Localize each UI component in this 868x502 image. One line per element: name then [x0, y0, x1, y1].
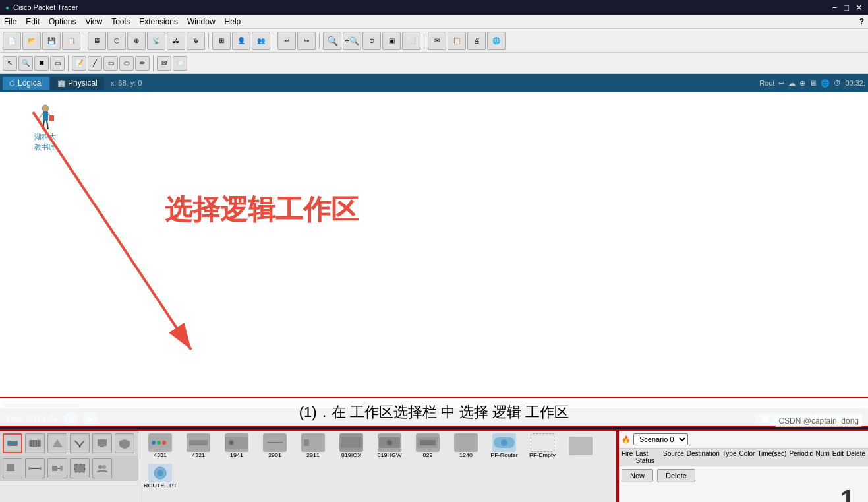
- device-1941[interactable]: 1941: [220, 433, 253, 458]
- email-tool[interactable]: ✉: [157, 56, 171, 71]
- toolbar-main: 📄 📂 💾 📋 🖥 ⬡ ⊕ 📡 🖧 🖱 ⊞ 👤 👥 ↩ ↪ 🔍 +🔍 ⊙ ▣ ⬜…: [0, 29, 868, 53]
- switches-category[interactable]: [25, 433, 45, 453]
- menu-view[interactable]: View: [85, 17, 102, 26]
- server-icon[interactable]: 🖧: [167, 32, 185, 50]
- menu-extensions[interactable]: Extensions: [139, 17, 178, 26]
- device-2911[interactable]: 2911: [297, 433, 330, 458]
- zoom-in-button[interactable]: +🔍: [343, 32, 361, 50]
- col-last-status: Last Status: [635, 450, 660, 464]
- cloud-icon[interactable]: ☁: [788, 79, 796, 88]
- config-icon[interactable]: 🖨: [467, 32, 486, 50]
- save-file-button[interactable]: 💾: [42, 32, 61, 50]
- hubs-category[interactable]: [47, 433, 67, 453]
- rect-select-tool[interactable]: ▭: [50, 56, 65, 71]
- device-2911-label: 2911: [306, 452, 320, 458]
- svg-rect-45: [304, 439, 309, 446]
- scenario-select[interactable]: Scenario 0: [633, 433, 688, 445]
- cluster-icon[interactable]: ⊞: [212, 32, 231, 50]
- switch-icon[interactable]: ⬡: [107, 32, 126, 50]
- device-pf-router[interactable]: PF-Router: [488, 433, 521, 458]
- svg-point-53: [501, 439, 507, 446]
- col-edit: Edit: [832, 450, 844, 464]
- device-pf-empty[interactable]: PF-Empty: [526, 433, 559, 458]
- person-icon[interactable]: 👤: [232, 32, 250, 50]
- svg-point-31: [98, 465, 102, 469]
- menu-edit[interactable]: Edit: [26, 17, 40, 26]
- menu-window[interactable]: Window: [187, 17, 216, 26]
- device-829[interactable]: 829: [411, 433, 444, 458]
- menu-tools[interactable]: Tools: [111, 17, 130, 26]
- device-4321[interactable]: 4321: [182, 433, 215, 458]
- cables-category[interactable]: [25, 458, 45, 478]
- undo-button[interactable]: ↩: [277, 32, 296, 50]
- device-next-img: [569, 437, 593, 455]
- routers-category[interactable]: [3, 433, 22, 453]
- menu-options[interactable]: Options: [49, 17, 76, 26]
- device-819hgw[interactable]: 819HGW: [373, 433, 406, 458]
- back-icon[interactable]: ↩: [778, 79, 784, 88]
- zoom-full-button[interactable]: ⬜: [402, 32, 420, 50]
- custom-category[interactable]: [70, 458, 90, 478]
- pcs-category[interactable]: [3, 458, 22, 478]
- zoom-fit-button[interactable]: ▣: [382, 32, 401, 50]
- select-tool[interactable]: ↖: [3, 56, 17, 71]
- pdu-icon[interactable]: ✉: [428, 32, 446, 50]
- device-route-pt[interactable]: ROUTE...PT: [144, 464, 177, 489]
- logical-workspace-icon: ⬡: [9, 80, 15, 87]
- search-tool[interactable]: 🔍: [18, 56, 33, 71]
- wireless-icon[interactable]: 📡: [147, 32, 165, 50]
- main-workspace[interactable]: 湖科大 教书匠 选择逻辑工作区: [0, 92, 868, 408]
- new-file-button[interactable]: 📄: [3, 32, 21, 50]
- rectangle-tool[interactable]: ▭: [103, 56, 118, 71]
- svg-point-26: [39, 467, 42, 470]
- device-819iox[interactable]: 819IOX: [335, 433, 368, 458]
- tab-logical[interactable]: ⬡ Logical: [3, 77, 49, 90]
- hub-icon[interactable]: ⊕: [127, 32, 146, 50]
- new-scenario-button[interactable]: New: [622, 469, 653, 482]
- maximize-button[interactable]: □: [844, 3, 849, 13]
- erase-tool[interactable]: ✖: [34, 56, 49, 71]
- svg-rect-29: [60, 466, 63, 471]
- minimize-button[interactable]: −: [832, 3, 838, 13]
- zoom-out-button[interactable]: 🔍: [323, 32, 341, 50]
- open-file-button[interactable]: 📂: [22, 32, 41, 50]
- security-category[interactable]: [115, 433, 134, 453]
- pdu-list-icon[interactable]: 📋: [448, 32, 466, 50]
- router-icon[interactable]: 🖥: [88, 32, 106, 50]
- redo-button[interactable]: ↪: [297, 32, 316, 50]
- activity-button[interactable]: 📋: [62, 32, 80, 50]
- menu-file[interactable]: File: [4, 17, 16, 26]
- device-1240[interactable]: 1240: [449, 433, 482, 458]
- svg-point-35: [157, 441, 161, 445]
- help-icon[interactable]: ?: [859, 17, 864, 26]
- note-tool[interactable]: 📝: [72, 56, 86, 71]
- device-2901[interactable]: 2901: [258, 433, 291, 458]
- wan-category[interactable]: [47, 458, 67, 478]
- pc-icon[interactable]: 🖱: [187, 32, 205, 50]
- ellipse-tool[interactable]: ⬭: [119, 56, 134, 71]
- menu-help[interactable]: Help: [225, 17, 241, 26]
- clock-icon[interactable]: ⏱: [834, 79, 841, 87]
- monitor-icon[interactable]: 🖥: [809, 79, 817, 87]
- internet-icon[interactable]: 🌐: [487, 32, 506, 50]
- delete-scenario-button[interactable]: Delete: [657, 469, 695, 482]
- pdu-tool[interactable]: 📨: [173, 56, 187, 71]
- enddevices-category[interactable]: [92, 433, 112, 453]
- draw-line-tool[interactable]: ╱: [88, 56, 102, 71]
- wireless-category[interactable]: [70, 433, 90, 453]
- network-icon[interactable]: ⊕: [799, 79, 805, 88]
- zoom-reset-button[interactable]: ⊙: [362, 32, 381, 50]
- svg-marker-18: [52, 439, 63, 447]
- svg-point-48: [387, 440, 392, 445]
- device-next[interactable]: [564, 437, 597, 455]
- multiuser-icon[interactable]: 👥: [252, 32, 270, 50]
- workspace-tab-bar: ⬡ Logical 🏢 Physical x: 68, y: 0 Root ↩ …: [0, 74, 868, 92]
- close-button[interactable]: ✕: [855, 3, 863, 13]
- toolbar2-sep: [68, 55, 69, 71]
- freehand-tool[interactable]: ✏: [135, 56, 150, 71]
- tab-physical[interactable]: 🏢 Physical: [51, 77, 104, 90]
- device-4331[interactable]: 4331: [144, 433, 177, 458]
- multiuser-category[interactable]: [92, 458, 112, 478]
- globe-icon[interactable]: 🌐: [821, 79, 830, 88]
- tab-physical-label: Physical: [68, 78, 98, 88]
